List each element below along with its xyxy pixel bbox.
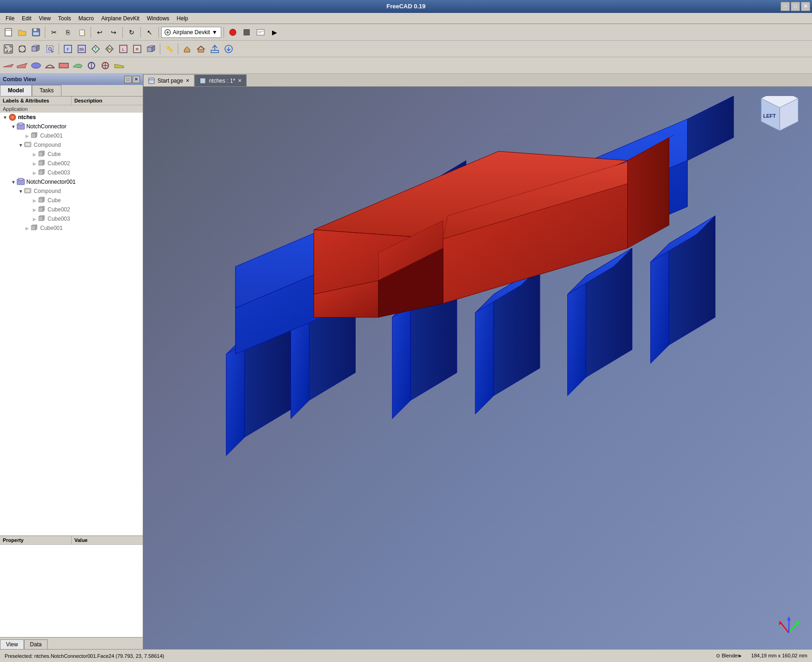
new-button[interactable] bbox=[2, 26, 15, 39]
ntches-label: ntches bbox=[18, 114, 36, 120]
view-top-button[interactable]: T bbox=[89, 42, 102, 55]
tree-item-cube-2a[interactable]: ▶ Cube bbox=[0, 196, 143, 205]
stop-button[interactable] bbox=[240, 26, 253, 39]
view-right-button[interactable]: R bbox=[131, 42, 144, 55]
wing-button[interactable] bbox=[2, 59, 15, 72]
std-views-button[interactable] bbox=[30, 42, 42, 55]
status-bar: Preselected: ntches.NotchConnector001.Fa… bbox=[0, 649, 812, 662]
expand-arrow-compound-2: ▼ bbox=[18, 189, 24, 194]
combo-float-button[interactable]: □ bbox=[124, 76, 132, 83]
tree-item-notchconnector001[interactable]: ▼ NotchConnector001 bbox=[0, 177, 143, 187]
combo-close-button[interactable]: ✕ bbox=[133, 76, 140, 83]
part-export2-button[interactable] bbox=[222, 42, 235, 55]
play-button[interactable]: ▶ bbox=[268, 26, 281, 39]
refresh-button[interactable]: ↻ bbox=[125, 26, 138, 39]
tree-item-cube001-1[interactable]: ▶ Cube001 bbox=[0, 131, 143, 140]
menu-view[interactable]: View bbox=[35, 14, 55, 23]
wingbox-button[interactable] bbox=[57, 59, 70, 72]
svg-rect-46 bbox=[39, 170, 43, 175]
copy-button[interactable]: ⎘ bbox=[61, 26, 74, 39]
close-button[interactable]: ✕ bbox=[801, 2, 810, 11]
workbench-dropdown[interactable]: Airplane Devkit ▼ bbox=[161, 27, 221, 38]
menu-tools[interactable]: Tools bbox=[55, 14, 75, 23]
svg-rect-3 bbox=[34, 29, 36, 31]
wingrib-button[interactable] bbox=[43, 59, 56, 72]
model-tree: ▼ ntches ▼ NotchConnector ▶ C bbox=[0, 113, 143, 536]
tree-item-notchconnector[interactable]: ▼ NotchConnector bbox=[0, 122, 143, 131]
value-col-header: Value bbox=[72, 536, 143, 544]
measure-button[interactable]: 📏 bbox=[163, 42, 176, 55]
toolbar-row-1: ✂ ⎘ 📋 ↩ ↪ ↻ ↖ Airplane Devkit ▼ ▶ bbox=[0, 24, 812, 41]
profile-button[interactable] bbox=[71, 59, 84, 72]
vp-tab-ntches[interactable]: ntches : 1* ✕ bbox=[194, 74, 247, 86]
record-button[interactable] bbox=[226, 26, 239, 39]
fuselage-button[interactable] bbox=[30, 59, 42, 72]
paste-button[interactable]: 📋 bbox=[75, 26, 88, 39]
tree-item-compound-2[interactable]: ▼ Compound bbox=[0, 187, 143, 196]
view-back-button[interactable]: Bk bbox=[75, 42, 88, 55]
notchconnector001-icon bbox=[17, 178, 25, 186]
svg-marker-104 bbox=[779, 621, 782, 625]
fit-selection-button[interactable] bbox=[16, 42, 29, 55]
menu-airplane-devkit[interactable]: Airplane DevKit bbox=[97, 14, 143, 23]
dimensions: 184,19 mm x 160,02 mm bbox=[751, 653, 807, 659]
part-open-button[interactable] bbox=[194, 42, 207, 55]
tree-item-ntches[interactable]: ▼ ntches bbox=[0, 113, 143, 122]
menu-windows[interactable]: Windows bbox=[143, 14, 173, 23]
tree-item-cube003-1[interactable]: ▶ Cube003 bbox=[0, 168, 143, 177]
pointer-button[interactable]: ↖ bbox=[143, 26, 156, 39]
property-col-header: Property bbox=[0, 536, 72, 544]
view-front-button[interactable]: F bbox=[61, 42, 74, 55]
restore-button[interactable]: □ bbox=[791, 2, 800, 11]
cube003-2-icon bbox=[38, 215, 46, 223]
cube001-2-label: Cube001 bbox=[40, 225, 63, 231]
menu-file[interactable]: File bbox=[2, 14, 18, 23]
bot-tab-view[interactable]: View bbox=[0, 639, 24, 649]
part-button[interactable] bbox=[181, 42, 194, 55]
cube001-2-icon bbox=[30, 224, 39, 232]
tab-model[interactable]: Model bbox=[0, 85, 32, 96]
tab-tasks[interactable]: Tasks bbox=[32, 85, 62, 96]
wingpanel-button[interactable] bbox=[16, 59, 29, 72]
control-button[interactable] bbox=[113, 59, 126, 72]
bot-tab-data[interactable]: Data bbox=[24, 639, 48, 649]
3d-model-svg bbox=[143, 87, 812, 502]
tree-item-cube002-1[interactable]: ▶ Cube002 bbox=[0, 159, 143, 168]
view-left-button[interactable]: L bbox=[117, 42, 130, 55]
part-export-button[interactable] bbox=[208, 42, 221, 55]
tree-item-cube001-2[interactable]: ▶ Cube001 bbox=[0, 223, 143, 233]
menu-help[interactable]: Help bbox=[173, 14, 192, 23]
tree-item-cube-1a[interactable]: ▶ Cube bbox=[0, 150, 143, 159]
tree-item-cube002-2[interactable]: ▶ Cube002 bbox=[0, 205, 143, 214]
open-button[interactable] bbox=[16, 26, 29, 39]
svg-rect-28 bbox=[198, 49, 204, 52]
hinge2-button[interactable] bbox=[99, 59, 112, 72]
leaf-arrow-3: ▶ bbox=[31, 161, 38, 166]
tree-item-cube003-2[interactable]: ▶ Cube003 bbox=[0, 214, 143, 223]
svg-marker-105 bbox=[787, 617, 791, 620]
fit-all-button[interactable] bbox=[2, 42, 15, 55]
vp-tab-start[interactable]: Start page ✕ bbox=[143, 74, 194, 86]
undo-button[interactable]: ↩ bbox=[93, 26, 106, 39]
view-iso-button[interactable] bbox=[145, 42, 158, 55]
cube-1a-icon bbox=[38, 150, 46, 158]
redo-button[interactable]: ↪ bbox=[107, 26, 120, 39]
view-bottom-button[interactable]: Bo bbox=[103, 42, 116, 55]
svg-rect-55 bbox=[149, 78, 154, 84]
expand-arrow-notchconnector001: ▼ bbox=[10, 180, 17, 185]
menu-macro[interactable]: Macro bbox=[75, 14, 97, 23]
labels-col-header: Labels & Attributes bbox=[0, 96, 72, 105]
tree-item-compound-1[interactable]: ▼ Compound bbox=[0, 140, 143, 150]
cube003-2-label: Cube003 bbox=[48, 216, 70, 222]
cut-button[interactable]: ✂ bbox=[48, 26, 61, 39]
save-button[interactable] bbox=[30, 26, 42, 39]
hinge-button[interactable] bbox=[85, 59, 98, 72]
vp-tab-ntches-close[interactable]: ✕ bbox=[238, 78, 242, 83]
vp-tab-start-close[interactable]: ✕ bbox=[186, 78, 189, 83]
svg-marker-79 bbox=[475, 294, 494, 414]
edit-macro-button[interactable] bbox=[254, 26, 267, 39]
box-zoom-button[interactable] bbox=[43, 42, 56, 55]
minimize-button[interactable]: ─ bbox=[781, 2, 790, 11]
menu-edit[interactable]: Edit bbox=[18, 14, 35, 23]
3d-viewport[interactable]: LEFT bbox=[143, 87, 812, 649]
